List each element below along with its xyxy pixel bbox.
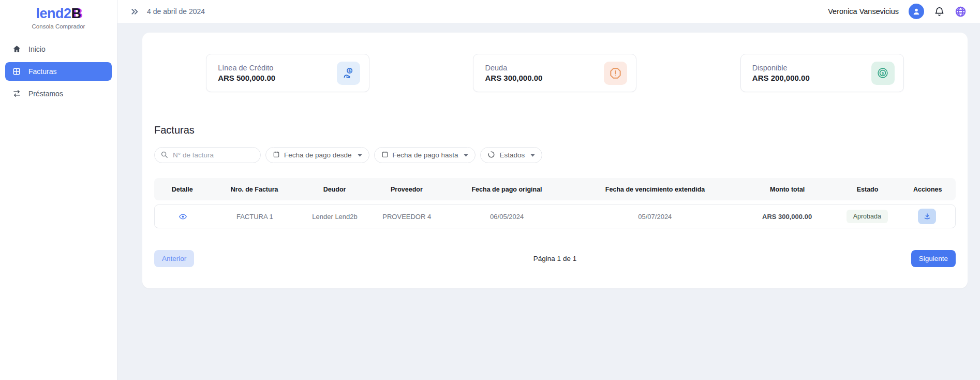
stat-text: Línea de Crédito ARS 500,000.00 [218,64,275,82]
topbar: 4 de abril de 2024 Veronica Vansevicius [117,0,980,23]
stat-card-disponible: Disponible ARS 200,000.00 $ [740,54,904,92]
stat-card-deuda: Deuda ARS 300,000.00 [473,54,636,92]
status-circle-icon [487,151,495,160]
stats-row: Línea de Crédito ARS 500,000.00 $ Deuda … [154,54,956,92]
topbar-right: Veronica Vansevicius [828,4,967,19]
calendar-icon [381,151,389,159]
prev-page-button[interactable]: Anterior [154,250,194,267]
sidebar-item-inicio[interactable]: Inicio [5,40,112,59]
avatar[interactable] [909,4,924,19]
column-header: Fecha de pago original [443,186,571,193]
column-header: Monto total [739,186,836,193]
original-payment-date-cell: 06/05/2024 [443,213,571,221]
extended-due-date-cell: 05/07/2024 [571,213,739,221]
table-header-row: Detalle Nro. de Factura Deudor Proveedor… [154,178,956,200]
search-input[interactable] [154,147,261,163]
coins-icon: $ [871,62,895,85]
view-detail-button[interactable] [179,212,187,221]
chevron-down-icon [464,154,468,157]
main-panel: Línea de Crédito ARS 500,000.00 $ Deuda … [142,33,968,288]
stat-text: Disponible ARS 200,000.00 [752,64,810,82]
pagination: Anterior Página 1 de 1 Siguiente [154,250,956,267]
sidebar-item-label: Inicio [28,45,46,53]
grid-icon [12,67,22,76]
sidebar-item-label: Facturas [28,67,56,76]
column-header: Acciones [900,186,956,193]
stat-text: Deuda ARS 300,000.00 [485,64,542,82]
chevron-down-icon [530,154,535,157]
content: Línea de Crédito ARS 500,000.00 $ Deuda … [117,23,980,288]
logo-text-lend2: lend2 [36,6,71,21]
page-title: Facturas [154,124,956,136]
filter-label: Fecha de pago desde [284,151,352,159]
app-window: lend2B Consola Comprador Inicio Facturas [0,0,980,380]
calendar-icon [273,151,280,159]
bell-icon[interactable] [934,6,945,17]
next-page-button[interactable]: Siguiente [911,250,956,267]
search-icon [160,151,168,160]
stat-card-linea-de-credito: Línea de Crédito ARS 500,000.00 $ [206,54,369,92]
stat-label: Línea de Crédito [218,64,275,72]
svg-text:$: $ [882,71,884,76]
alert-octagon-icon [604,62,627,85]
sidebar-expand-icon[interactable] [130,6,140,17]
status-badge: Aprobada [847,210,888,223]
stat-label: Disponible [752,64,810,72]
sidebar: lend2B Consola Comprador Inicio Facturas [0,0,117,380]
actions-cell [899,209,955,224]
column-header: Nro. de Factura [210,186,298,193]
column-header: Deudor [299,186,370,193]
sidebar-item-prestamos[interactable]: Préstamos [5,84,112,103]
download-button[interactable] [918,209,936,224]
invoice-number-cell: FACTURA 1 [211,213,299,221]
provider-cell: PROVEEDOR 4 [371,213,443,221]
filter-status-button[interactable]: Estados [480,147,542,163]
page-info: Página 1 de 1 [533,255,576,262]
globe-icon[interactable] [955,6,967,18]
chevron-down-icon [358,154,362,157]
debtor-cell: Lender Lend2b [299,213,370,221]
stat-value: ARS 300,000.00 [485,74,542,82]
invoices-table: Detalle Nro. de Factura Deudor Proveedor… [154,178,956,228]
invoice-search [154,147,261,163]
column-header: Fecha de vencimiento extendida [571,186,739,193]
stat-value: ARS 500,000.00 [218,74,275,82]
filter-label: Estados [499,151,525,159]
filter-label: Fecha de pago hasta [393,151,458,159]
column-header: Proveedor [370,186,442,193]
stat-label: Deuda [485,64,542,72]
main-area: 4 de abril de 2024 Veronica Vansevicius [117,0,980,380]
user-name: Veronica Vansevicius [828,7,899,16]
status-cell: Aprobada [835,210,899,223]
brand-logo: lend2B Consola Comprador [0,0,117,30]
brand-subtitle: Consola Comprador [0,23,117,30]
current-date: 4 de abril de 2024 [147,7,205,16]
filters-row: Fecha de pago desde Fecha de pago hasta [154,147,956,163]
detail-cell [155,212,211,221]
logo-text: lend2B [0,6,117,22]
svg-text:$: $ [348,68,351,73]
sidebar-item-label: Préstamos [28,90,63,98]
column-header: Estado [836,186,900,193]
filter-date-from-button[interactable]: Fecha de pago desde [265,147,369,163]
filter-date-to-button[interactable]: Fecha de pago hasta [374,147,476,163]
total-amount-cell: ARS 300,000.00 [739,213,835,221]
logo-text-b: B [71,6,81,21]
sidebar-menu: Inicio Facturas Préstamos [0,40,117,103]
table-row: FACTURA 1 Lender Lend2b PROVEEDOR 4 06/0… [154,204,956,228]
home-icon [12,45,22,54]
swap-icon [12,89,22,98]
hand-coin-icon: $ [337,62,360,85]
column-header: Detalle [154,186,210,193]
stat-value: ARS 200,000.00 [752,74,810,82]
sidebar-item-facturas[interactable]: Facturas [5,62,112,81]
